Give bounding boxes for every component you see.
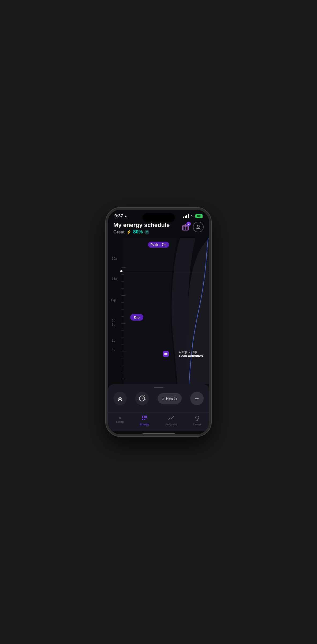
- peak-arrow-icon: ↓: [159, 243, 161, 247]
- svg-point-38: [196, 416, 199, 419]
- drawer-actions: z Health +: [113, 392, 204, 405]
- svg-rect-37: [145, 417, 147, 418]
- help-button[interactable]: ?: [144, 230, 149, 235]
- drawer-handle[interactable]: [154, 387, 163, 388]
- battery-icon: 100: [195, 214, 203, 218]
- add-schedule-button[interactable]: [135, 392, 149, 405]
- learn-icon: [194, 415, 201, 422]
- svg-line-27: [144, 396, 145, 396]
- signal-bar-4: [188, 214, 189, 218]
- nav-item-learn[interactable]: Learn: [193, 415, 201, 426]
- svg-rect-32: [142, 417, 143, 418]
- activity-label: 📖 4:15p–7:05p Peak activities: [170, 350, 203, 358]
- svg-rect-33: [144, 417, 145, 418]
- signal-bars: [183, 214, 189, 218]
- header-row: My energy schedule Great ⚡ 80% ?: [113, 222, 204, 235]
- avatar-button[interactable]: [193, 222, 204, 232]
- activity-name: Peak activities: [179, 354, 203, 358]
- time-display: 9:37: [114, 214, 123, 218]
- status-icons: ∿ 100: [183, 214, 203, 218]
- energy-chart-svg: [108, 238, 209, 384]
- wifi-icon: ∿: [191, 214, 194, 218]
- signal-bar-3: [186, 215, 187, 218]
- bolt-icon: ⚡: [126, 229, 132, 235]
- sleep-label: Sleep: [116, 420, 124, 423]
- phone-screen: 9:37 ▲ ∿ 100 My energy schedule: [108, 210, 209, 434]
- alarm-add-icon: [138, 395, 146, 402]
- progress-label: Progress: [165, 423, 177, 426]
- time-label-12p: 12p: [111, 298, 116, 302]
- time-label-11a: 11a: [112, 277, 117, 281]
- title-block: My energy schedule Great ⚡ 80% ?: [113, 222, 170, 235]
- home-indicator: [143, 433, 175, 434]
- time-label-10a: 10a: [112, 257, 117, 261]
- learn-label: Learn: [193, 423, 201, 426]
- zzz-icon: z: [162, 397, 164, 400]
- avatar-icon: [195, 224, 201, 230]
- activity-time: 4:15p–7:05p: [179, 350, 203, 354]
- time-label-4p: 4p: [112, 348, 115, 352]
- app-header: My energy schedule Great ⚡ 80% ?: [108, 221, 209, 238]
- peak-label: Peak ↓ 7m: [148, 242, 169, 248]
- current-time-dot: [120, 270, 122, 272]
- subtitle-row: Great ⚡ 80% ?: [113, 229, 170, 235]
- current-time-line: [121, 271, 209, 271]
- phone-frame: 9:37 ▲ ∿ 100 My energy schedule: [106, 208, 211, 436]
- dip-label: Dip: [130, 314, 143, 321]
- svg-rect-31: [144, 416, 145, 417]
- svg-rect-36: [145, 416, 147, 417]
- time-label-2p: 2p: [112, 339, 115, 342]
- energy-label: Energy: [140, 423, 149, 426]
- gift-button[interactable]: 2: [180, 222, 191, 232]
- bottom-drawer: z Health +: [108, 384, 209, 412]
- quality-label: Great: [113, 230, 125, 235]
- status-time: 9:37 ▲: [114, 214, 128, 218]
- nav-item-progress[interactable]: Progress: [165, 415, 177, 426]
- sleep-icon: [119, 417, 121, 419]
- location-icon: ▲: [124, 214, 128, 218]
- dynamic-island: [143, 213, 175, 222]
- percent-label: 80%: [133, 229, 143, 235]
- svg-rect-34: [142, 419, 143, 420]
- bottom-nav: Sleep Energy: [108, 412, 209, 431]
- chevrons-up-icon: [117, 395, 123, 402]
- energy-icon: [141, 415, 148, 422]
- signal-bar-1: [183, 217, 184, 218]
- health-button[interactable]: z Health: [158, 393, 182, 404]
- chart-area[interactable]: 10a 11a 12p 1p 2p 3p 4p Peak ↓ 7m Dip: [108, 238, 209, 384]
- signal-bar-2: [185, 216, 186, 218]
- svg-line-25: [143, 401, 144, 401]
- svg-line-26: [139, 401, 140, 401]
- svg-rect-30: [142, 416, 143, 417]
- add-button[interactable]: +: [190, 392, 204, 405]
- notification-badge: 2: [187, 222, 191, 226]
- page-title: My energy schedule: [113, 222, 170, 229]
- time-label-1p: 1p: [112, 319, 115, 322]
- nav-item-energy[interactable]: Energy: [140, 415, 149, 426]
- activity-icon: 📖: [163, 351, 169, 357]
- scroll-up-button[interactable]: [113, 392, 127, 405]
- svg-rect-35: [144, 419, 145, 420]
- svg-point-4: [197, 225, 199, 227]
- svg-line-24: [142, 398, 143, 399]
- nav-item-sleep[interactable]: Sleep: [116, 417, 124, 423]
- header-icons: 2: [180, 222, 204, 232]
- health-label: Health: [166, 396, 177, 401]
- time-label-3p: 3p: [112, 323, 115, 327]
- progress-icon: [168, 415, 175, 422]
